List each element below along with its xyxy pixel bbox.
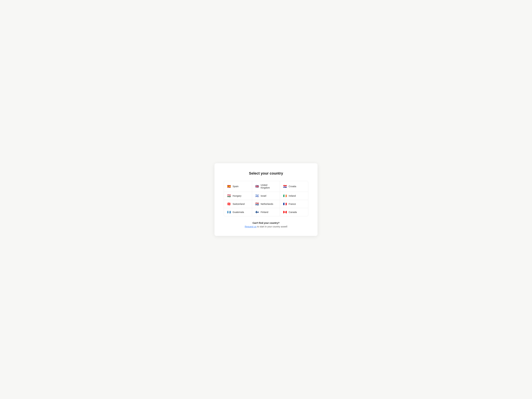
country-item-hungary[interactable]: 🇭🇺 Hungary <box>224 192 252 200</box>
country-name-france: France <box>289 203 296 205</box>
country-name-spain: Spain <box>233 185 239 188</box>
footer-section: Can't find your country? Request us to s… <box>224 222 308 228</box>
country-name-uk: United Kingdom <box>261 184 277 189</box>
country-name-guatemala: Guatemala <box>233 211 244 214</box>
country-item-israel[interactable]: 🇮🇱 Israel <box>252 192 280 200</box>
country-item-spain[interactable]: 🇪🇸 Spain <box>224 181 252 192</box>
flag-uk: 🇬🇧 <box>255 185 259 188</box>
footer-question: Can't find your country? <box>224 222 308 224</box>
flag-israel: 🇮🇱 <box>255 195 259 197</box>
country-name-hungary: Hungary <box>233 195 241 197</box>
country-item-finland[interactable]: 🇫🇮 Finland <box>252 208 280 216</box>
country-name-finland: Finland <box>261 211 268 214</box>
country-item-netherlands[interactable]: 🇳🇱 Netherlands <box>252 200 280 208</box>
flag-croatia: 🇭🇷 <box>283 185 287 188</box>
flag-finland: 🇫🇮 <box>255 211 259 214</box>
country-item-ireland[interactable]: 🇮🇪 Ireland <box>280 192 308 200</box>
country-item-guatemala[interactable]: 🇬🇹 Guatemala <box>224 208 252 216</box>
request-link[interactable]: Request us <box>245 225 257 228</box>
flag-hungary: 🇭🇺 <box>227 195 231 197</box>
country-name-croatia: Croatia <box>289 185 296 188</box>
country-name-netherlands: Netherlands <box>261 203 273 205</box>
modal-title: Select your country <box>224 171 308 176</box>
flag-ireland: 🇮🇪 <box>283 195 287 197</box>
flag-spain: 🇪🇸 <box>227 185 231 188</box>
flag-canada: 🇨🇦 <box>283 211 287 214</box>
country-name-israel: Israel <box>261 195 266 197</box>
flag-guatemala: 🇬🇹 <box>227 211 231 214</box>
country-item-canada[interactable]: 🇨🇦 Canada <box>280 208 308 216</box>
country-item-uk[interactable]: 🇬🇧 United Kingdom <box>252 181 280 192</box>
flag-netherlands: 🇳🇱 <box>255 203 259 205</box>
footer-subtitle: Request us to start in your country aswe… <box>224 225 308 228</box>
footer-suffix: to start in your country aswell <box>257 225 287 228</box>
country-name-canada: Canada <box>289 211 297 214</box>
country-item-croatia[interactable]: 🇭🇷 Croatia <box>280 181 308 192</box>
country-selection-modal: Select your country 🇪🇸 Spain 🇬🇧 United K… <box>215 163 317 236</box>
flag-switzerland: 🇨🇭 <box>227 203 231 205</box>
country-name-switzerland: Switzerland <box>233 203 245 205</box>
country-name-ireland: Ireland <box>289 195 296 197</box>
flag-france: 🇫🇷 <box>283 203 287 205</box>
country-item-switzerland[interactable]: 🇨🇭 Switzerland <box>224 200 252 208</box>
country-item-france[interactable]: 🇫🇷 France <box>280 200 308 208</box>
country-grid: 🇪🇸 Spain 🇬🇧 United Kingdom 🇭🇷 Croatia 🇭🇺… <box>224 181 308 216</box>
